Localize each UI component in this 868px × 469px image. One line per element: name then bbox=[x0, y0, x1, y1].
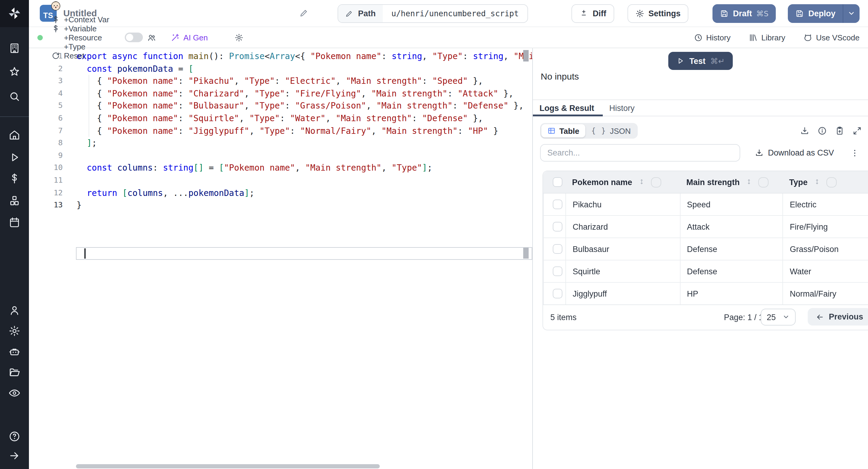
sidebar-item-cubes[interactable] bbox=[8, 195, 21, 207]
code-lines: export async function main(): Promise<Ar… bbox=[76, 50, 532, 211]
toolbar-item-reset[interactable]: Reset bbox=[51, 51, 110, 60]
page-indicator: Page: 1 / 1 bbox=[724, 313, 764, 322]
row-checkbox[interactable] bbox=[553, 222, 563, 231]
copy-to-clipboard-icon[interactable] bbox=[835, 126, 844, 136]
code-line: { "Pokemon name": "Bulbasaur", "Type": "… bbox=[76, 100, 532, 112]
sort-icon[interactable] bbox=[638, 178, 645, 187]
refresh-icon bbox=[51, 51, 60, 60]
line-number: 4 bbox=[29, 87, 63, 100]
sidebar-item-calendar[interactable] bbox=[8, 216, 21, 228]
row-checkbox-cell bbox=[543, 238, 565, 260]
column-toggle[interactable] bbox=[758, 177, 769, 187]
row-checkbox[interactable] bbox=[553, 289, 563, 299]
table-cell: Charizard bbox=[565, 216, 680, 238]
line-number: 3 bbox=[29, 75, 63, 87]
page-size-select[interactable]: 25 bbox=[761, 309, 796, 325]
more-options-icon[interactable] bbox=[849, 148, 859, 158]
edit-title-pencil-icon[interactable] bbox=[300, 8, 309, 18]
table-row[interactable]: PikachuSpeedElectric bbox=[543, 193, 868, 216]
code-line: export async function main(): Promise<Ar… bbox=[76, 50, 532, 62]
deploy-button[interactable]: Deploy bbox=[788, 4, 843, 23]
select-all-checkbox[interactable] bbox=[553, 177, 562, 187]
sidebar-item-building[interactable] bbox=[8, 42, 21, 54]
ai-gen-button[interactable]: AI Gen bbox=[171, 33, 208, 42]
toolbar-item-type[interactable]: +Type bbox=[51, 42, 110, 51]
deploy-menu-button[interactable] bbox=[843, 4, 860, 23]
sidebar-item-help[interactable] bbox=[8, 430, 21, 442]
table-row[interactable]: SquirtleDefenseWater bbox=[543, 260, 868, 283]
table-row[interactable]: JigglypuffHPNormal/Fairy bbox=[543, 283, 868, 305]
sidebar-item-robot[interactable] bbox=[8, 346, 21, 358]
tab-history[interactable]: History bbox=[603, 100, 643, 116]
table-cell: Water bbox=[783, 260, 868, 282]
vertical-scrollbar-thumb[interactable] bbox=[523, 50, 529, 61]
sidebar-item-star[interactable] bbox=[8, 66, 21, 78]
sidebar-item-user[interactable] bbox=[8, 305, 21, 316]
sidebar-item-gear[interactable] bbox=[8, 325, 21, 337]
save-icon bbox=[795, 9, 804, 18]
sort-icon[interactable] bbox=[813, 178, 821, 187]
toolbar-item-resource[interactable]: +Resource bbox=[51, 33, 110, 42]
row-checkbox[interactable] bbox=[553, 267, 563, 276]
settings-button[interactable]: Settings bbox=[627, 4, 689, 23]
toolbar-item-library[interactable]: Library bbox=[749, 33, 785, 42]
result-table: Pokemon nameMain strengthType PikachuSpe… bbox=[542, 170, 868, 330]
dollar-icon bbox=[51, 15, 60, 24]
sidebar-item-folder[interactable] bbox=[8, 366, 21, 378]
sort-icon[interactable] bbox=[745, 178, 753, 187]
sidebar-item-play[interactable] bbox=[8, 151, 21, 163]
table-row[interactable]: BulbasaurDefenseGrass/Poison bbox=[543, 238, 868, 260]
view-segmented-control: Table { } JSON bbox=[540, 123, 638, 139]
cat-icon bbox=[803, 33, 812, 42]
path-field[interactable]: Path u/henri/unencumbered_script bbox=[338, 4, 528, 23]
header-actions: Diff Settings Draft ⌘S Deploy bbox=[572, 4, 860, 23]
row-checkbox[interactable] bbox=[553, 244, 563, 254]
active-line-highlight bbox=[76, 247, 532, 260]
table-cell: Grass/Poison bbox=[783, 238, 868, 260]
view-option-json[interactable]: { } JSON bbox=[585, 124, 637, 137]
column-toggle[interactable] bbox=[827, 177, 837, 187]
draft-button[interactable]: Draft ⌘S bbox=[712, 4, 776, 23]
previous-page-button[interactable]: Previous bbox=[808, 308, 868, 325]
table-cell: Squirtle bbox=[565, 260, 680, 282]
editor-settings-button[interactable] bbox=[235, 33, 244, 42]
line-number: 10 bbox=[29, 162, 63, 174]
code-line: { "Pokemon name": "Squirtle", "Type": "W… bbox=[76, 112, 532, 124]
items-count: 5 items bbox=[550, 313, 577, 322]
toolbar-item-history[interactable]: History bbox=[693, 33, 731, 42]
sidebar-item-arrow-right[interactable] bbox=[8, 450, 21, 462]
sidebar-item-search[interactable] bbox=[8, 90, 21, 102]
tab-logs-and-result[interactable]: Logs & Result bbox=[533, 100, 603, 116]
code-editor[interactable]: 12345678910111213 export async function … bbox=[29, 48, 532, 469]
sidebar-item-eye[interactable] bbox=[8, 387, 21, 399]
column-toggle[interactable] bbox=[651, 177, 661, 187]
line-number: 11 bbox=[29, 174, 63, 187]
view-option-table[interactable]: Table bbox=[541, 124, 585, 137]
package-icon bbox=[51, 33, 60, 42]
expand-icon[interactable] bbox=[852, 126, 862, 136]
clock-icon bbox=[693, 33, 703, 42]
download-csv-button[interactable]: Download as CSV bbox=[755, 148, 834, 157]
code-line: { "Pokemon name": "Charizard", "Type": "… bbox=[76, 87, 532, 100]
code-line: const columns: string[] = ["Pokemon name… bbox=[76, 162, 532, 174]
multiplayer-users-icon[interactable] bbox=[147, 33, 156, 42]
diff-button[interactable]: Diff bbox=[572, 4, 614, 23]
diff-icon bbox=[580, 9, 589, 18]
sidebar-item-dollar[interactable] bbox=[8, 173, 21, 184]
search-input[interactable] bbox=[540, 144, 740, 162]
toolbar-item-context-var[interactable]: +Context Var bbox=[51, 15, 110, 24]
windmill-logo-icon[interactable] bbox=[7, 6, 22, 21]
toolbar-item-variable[interactable]: +Variable bbox=[51, 24, 110, 33]
toolbar-item-use-vscode[interactable]: Use VScode bbox=[803, 33, 860, 42]
download-icon[interactable] bbox=[800, 126, 809, 136]
sidebar-item-home[interactable] bbox=[8, 129, 21, 141]
info-icon[interactable] bbox=[817, 126, 827, 136]
row-checkbox[interactable] bbox=[553, 199, 563, 209]
column-header-pokemon-name: Pokemon name bbox=[565, 171, 680, 193]
table-row[interactable]: CharizardAttackFire/Flying bbox=[543, 216, 868, 238]
horizontal-scrollbar[interactable] bbox=[76, 464, 380, 468]
path-value[interactable]: u/henri/unencumbered_script bbox=[383, 5, 527, 22]
collab-toggle[interactable] bbox=[125, 33, 143, 42]
test-button[interactable]: Test ⌘↵ bbox=[668, 52, 733, 70]
play-icon bbox=[676, 57, 684, 65]
